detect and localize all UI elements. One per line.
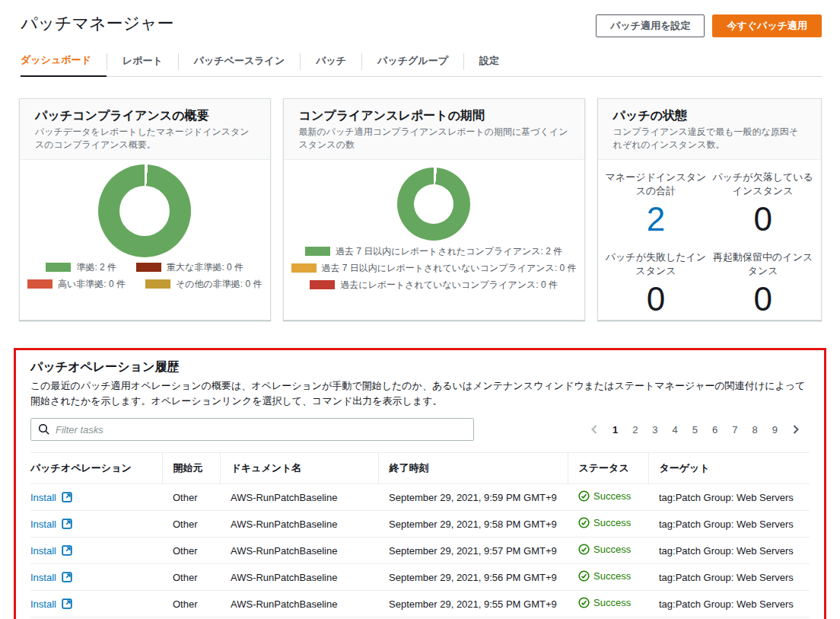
next-page-icon[interactable] [788,423,803,436]
initiated-by-cell: Other [162,538,220,564]
status-badge: Success [578,490,631,502]
page-number[interactable]: 1 [609,423,622,437]
initiated-by-cell: Other [162,591,220,617]
document-name-cell: AWS-RunPatchBaseline [220,591,378,617]
previous-page-icon[interactable] [587,423,602,436]
legend-swatch [145,279,170,289]
status-badge: Success [578,544,631,555]
page-number[interactable]: 3 [648,423,661,437]
document-name-cell: AWS-RunPatchBaseline [220,564,378,591]
card-header: コンプライアンスレポートの期間 最新のパッチ適用コンプライアンスレポートの期間に… [284,99,584,160]
external-link-icon [62,598,72,609]
card-title: パッチコンプライアンスの概要 [35,108,255,124]
target-cell: tag:Patch Group: Web Servers [648,484,810,511]
end-time-cell: September 29, 2021, 9:58 PM GMT+9 [378,511,568,538]
operation-link[interactable]: Install [30,518,72,530]
document-name-cell: AWS-RunPatchBaseline [220,538,378,564]
column-header-end-time[interactable]: 終了時刻 [378,453,568,484]
end-time-cell: September 29, 2021, 9:59 PM GMT+9 [378,484,568,511]
legend-label: 高い非準拠: 0 件 [58,278,126,291]
compliance-donut-chart [98,164,191,257]
target-cell: tag:Patch Group: Web Servers [648,591,810,617]
compliance-summary-card: パッチコンプライアンスの概要 パッチデータをレポートしたマネージドインスタンスの… [19,98,271,321]
page-number[interactable]: 8 [749,423,762,437]
target-cell: tag:Patch Group: Web Servers [648,511,810,538]
legend-label: 過去 7 日以内にレポートされたコンプライアンス: 2 件 [336,245,562,258]
operation-link[interactable]: Install [30,492,72,503]
page-number[interactable]: 2 [628,423,641,437]
legend-label: 重大な非準拠: 0 件 [167,261,243,274]
column-header-document-name[interactable]: ドキュメント名 [220,453,378,484]
column-header-target[interactable]: ターゲット [648,453,810,484]
legend-swatch [310,280,335,289]
legend-row: 準拠: 2 件 重大な非準拠: 0 件 [27,261,262,274]
success-check-icon [578,490,590,502]
page-number[interactable]: 7 [728,423,741,437]
page-number[interactable]: 5 [689,423,702,437]
filter-tasks-input[interactable] [30,418,474,441]
page-title: パッチマネージャー [21,11,174,35]
end-time-cell: September 29, 2021, 9:57 PM GMT+9 [378,538,568,564]
document-name-cell: AWS-RunPatchBaseline [220,511,378,538]
tab-patch-groups[interactable]: パッチグループ [362,47,463,76]
metric-value-link[interactable]: 2 [603,199,710,240]
patch-operations-history-section: パッチオペレーション履歴 この最近のパッチ適用オペレーションの概要は、オペレーシ… [14,348,826,619]
table-row: Install Other AWS-RunPatchBaseline Septe… [30,538,810,564]
target-cell: tag:Patch Group: Web Servers [648,538,810,564]
column-header-status[interactable]: ステータス [568,453,648,484]
legend-swatch [291,263,317,273]
metric-label: マネージドインスタンスの合計 [603,171,710,198]
page-number[interactable]: 6 [708,423,721,437]
success-check-icon [578,517,590,528]
patch-operations-table: パッチオペレーション 開始元 ドキュメント名 終了時刻 ステータス ターゲット … [30,452,810,619]
reporting-age-donut-chart [397,168,470,241]
metric-pending-reboot: 再起動保留中のインスタンス 0 [709,250,816,320]
column-header-operation[interactable]: パッチオペレーション [30,453,162,484]
filter-row: 1 2 3 4 5 6 7 8 9 [30,418,810,441]
operation-link[interactable]: Install [30,545,72,557]
end-time-cell: September 29, 2021, 9:56 PM GMT+9 [378,564,568,591]
tab-reporting[interactable]: レポート [107,47,178,76]
search-icon [38,423,50,439]
table-header-row: パッチオペレーション 開始元 ドキュメント名 終了時刻 ステータス ターゲット [30,453,810,484]
initiated-by-cell: Other [162,511,220,538]
card-title: パッチの状態 [613,108,806,124]
patch-now-button[interactable]: 今すぐパッチ適用 [712,14,822,37]
initiated-by-cell: Other [162,564,220,591]
column-header-initiated-by[interactable]: 開始元 [162,453,220,484]
metric-label: パッチが欠落しているインスタンス [709,171,816,198]
dashboard-cards: パッチコンプライアンスの概要 パッチデータをレポートしたマネージドインスタンスの… [19,98,822,321]
legend-item: 過去にレポートされていないコンプライアンス: 0 件 [310,279,558,292]
legend-item: 重大な非準拠: 0 件 [136,261,243,274]
legend-item: 準拠: 2 件 [46,261,116,274]
operation-link[interactable]: Install [30,572,72,583]
metric-value: 0 [709,199,816,240]
page-number[interactable]: 4 [669,423,682,437]
initiated-by-cell: Other [162,484,220,511]
external-link-icon [62,518,72,529]
history-description: この最近のパッチ適用オペレーションの概要は、オペレーションが手動で開始したのか、… [30,378,810,408]
tab-patches[interactable]: パッチ [301,47,361,76]
status-badge: Success [578,597,631,608]
tab-patch-baselines[interactable]: パッチベースライン [179,47,300,76]
success-check-icon [578,570,590,582]
success-check-icon [578,597,590,608]
tab-settings[interactable]: 設定 [464,47,514,76]
legend-item: 高い非準拠: 0 件 [27,278,126,291]
card-body: 準拠: 2 件 重大な非準拠: 0 件 高い非準拠: 0 件 その他の非準拠: … [20,160,270,291]
tab-dashboard[interactable]: ダッシュボード [21,46,107,77]
operation-link[interactable]: Install [30,598,72,610]
metric-total-instances: マネージドインスタンスの合計 2 [603,171,710,240]
configure-patching-button[interactable]: パッチ適用を設定 [596,14,705,37]
legend-swatch [136,263,161,272]
patch-state-card: パッチの状態 コンプライアンス違反で最も一般的な原因それぞれのインスタンス数。 … [597,98,822,321]
external-link-icon [62,545,72,556]
header-actions: パッチ適用を設定 今すぐパッチ適用 [596,14,822,37]
legend-label: 過去 7 日以内にレポートされていないコンプライアンス: 0 件 [322,262,577,275]
page-number[interactable]: 9 [768,423,781,437]
metric-label: パッチが失敗したインスタンス [603,250,710,278]
card-description: 最新のパッチ適用コンプライアンスレポートの期間に基づくインスタンスの数 [299,126,569,152]
table-row: Install Other AWS-RunPatchBaseline Septe… [30,511,810,538]
external-link-icon [62,492,72,503]
external-link-icon [62,572,72,582]
